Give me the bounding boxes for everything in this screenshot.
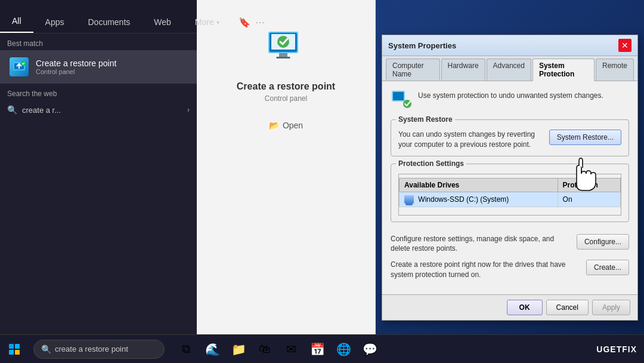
dialog-title: System Properties: [388, 41, 456, 50]
dialog-buttons: OK Cancel Apply: [382, 294, 637, 320]
ok-button[interactable]: OK: [507, 300, 543, 315]
system-restore-button[interactable]: System Restore...: [549, 130, 621, 145]
drives-table: Available Drives Protection Windows-SSD …: [399, 178, 621, 208]
tab-system-protection[interactable]: System Protection: [532, 59, 595, 81]
configure-desc: Configure restore settings, manage disk …: [391, 234, 571, 254]
protection-icon: [391, 90, 412, 111]
system-restore-title: System Restore: [396, 115, 455, 124]
system-properties-dialog: System Properties ✕ Computer Name Hardwa…: [382, 35, 638, 321]
drive-protection-cell: On: [558, 192, 620, 207]
configure-row: Configure restore settings, manage disk …: [391, 229, 629, 254]
dialog-close-button[interactable]: ✕: [618, 39, 631, 52]
apply-button[interactable]: Apply: [592, 300, 630, 315]
configure-button[interactable]: Configure...: [577, 234, 629, 250]
create-button[interactable]: Create...: [586, 260, 629, 275]
svg-rect-11: [393, 92, 404, 100]
protection-header: Use system protection to undo unwanted s…: [391, 90, 629, 111]
system-restore-section: System Restore You can undo system chang…: [391, 119, 629, 156]
create-desc: Create a restore point right now for the…: [391, 260, 580, 280]
protection-desc: Use system protection to undo unwanted s…: [418, 90, 603, 101]
create-row: Create a restore point right now for the…: [391, 260, 629, 280]
col-drives-header: Available Drives: [400, 178, 558, 192]
system-restore-content: You can undo system changes by reverting…: [398, 126, 621, 150]
dialog-tabs: Computer Name Hardware Advanced System P…: [382, 56, 637, 81]
system-restore-desc: You can undo system changes by reverting…: [398, 130, 543, 150]
tab-advanced[interactable]: Advanced: [487, 59, 531, 81]
drive-name-cell: Windows-SSD (C:) (System): [400, 192, 558, 207]
tab-remote[interactable]: Remote: [596, 59, 634, 81]
drives-table-container[interactable]: Available Drives Protection Windows-SSD …: [398, 174, 621, 216]
tab-computer-name[interactable]: Computer Name: [386, 59, 440, 81]
drive-icon: [404, 195, 414, 204]
dialog-overlay: System Properties ✕ Computer Name Hardwa…: [0, 0, 644, 363]
table-row[interactable]: Windows-SSD (C:) (System) On: [400, 192, 621, 207]
protection-settings-title: Protection Settings: [396, 159, 466, 168]
dialog-body: Use system protection to undo unwanted s…: [382, 81, 637, 294]
col-protection-header: Protection: [558, 178, 620, 192]
cancel-button[interactable]: Cancel: [546, 300, 589, 315]
protection-settings-section: Protection Settings Available Drives Pro…: [391, 164, 629, 222]
tab-hardware[interactable]: Hardware: [441, 59, 485, 81]
dialog-titlebar: System Properties ✕: [382, 35, 637, 56]
drive-name: Windows-SSD (C:) (System): [418, 195, 509, 204]
